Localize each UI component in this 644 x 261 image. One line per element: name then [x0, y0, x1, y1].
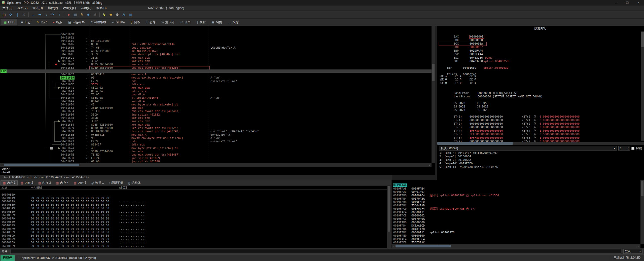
argument-row[interactable]: 4: [esp+10] 0019FAE0 [439, 162, 644, 165]
register-row[interactable]: EBX00000000 [437, 35, 644, 39]
disasm-row[interactable]: 00401654 . 33DB xor ebx,ebx [0, 103, 432, 106]
disasm-row[interactable]: 00401673 . 43 inc ebx [0, 133, 432, 136]
graph-button[interactable]: ▥ [127, 12, 134, 18]
disasm-row[interactable]: 0040166D . 99 cdq [0, 123, 432, 126]
disasm-row[interactable]: 00401612 . 85C0 test eax,eax [0, 29, 432, 32]
stack-row[interactable]: 0019FAAC 001009C4 [392, 187, 644, 190]
tab-trace[interactable]: …跟踪 [225, 19, 241, 25]
stack-row[interactable]: 0019FAEC 003F07F4 [392, 241, 644, 244]
fpu-register-row[interactable]: ST(0)00000000000000000000x87r0空0.0000000… [437, 111, 644, 115]
dump-row[interactable]: 06040809 00 00 00 00 00 00 00 00 00 00 0… [0, 190, 391, 193]
disasm-row[interactable]: 00401670 . 88141F mov byte ptr ds:[edi+e… [0, 130, 432, 133]
dump-row[interactable]: 060408A9 00 00 00 00 00 00 00 00 00 00 0… [0, 224, 391, 227]
register-row[interactable]: EAX00000005 [437, 31, 644, 35]
disasm-row[interactable]: 0040163B . 83C2 02 add edx,2 [0, 73, 432, 76]
disasm-row[interactable]: 00401674 . 3B1D 67344000 cmp ebx,dword p… [0, 136, 432, 140]
stack-row[interactable]: 0019FAD4 00401178 splish.00401178 [392, 221, 644, 224]
font-button[interactable]: A [121, 12, 127, 18]
menu-debug[interactable]: 调试(D) [30, 6, 45, 11]
separator[interactable] [28, 12, 29, 17]
tab-cpu[interactable]: ▦CPU [1, 19, 17, 25]
tab-dump-2[interactable]: ▦内存 2 [18, 180, 35, 185]
flag-cell[interactable]: DF0 [470, 78, 484, 81]
scroll-right-icon[interactable]: ▸ [428, 163, 432, 167]
flag-cell[interactable]: IF1 [470, 81, 484, 85]
fpu-register-row[interactable]: ST(7)00000000000000000000x87r7空0.0000000… [437, 136, 644, 140]
open-file-button[interactable]: ▤ [1, 12, 8, 18]
stack-row[interactable]: 0019FAE0 0019FBC4 [392, 231, 644, 234]
tab-dump-4[interactable]: ▦内存 4 [54, 180, 71, 185]
flag-cell[interactable]: CF0 [440, 81, 455, 85]
fpu-register-row[interactable]: ST(4)3FFF8000000000000000x87r4空1.0000000… [437, 126, 644, 129]
dump-vertical-scrollbar[interactable] [387, 186, 391, 248]
stack-row[interactable]: 0019FAE4 75BE52AC 返回到 user32.75BE52AC 自 … [392, 234, 644, 237]
dump-row[interactable]: 060408E9 00 00 00 00 00 00 00 00 00 00 0… [0, 237, 391, 241]
disasm-row[interactable]: 00401627 . 8D3D 58324000 lea edi,dword p… [0, 53, 432, 56]
stack-row[interactable]: 0019FAB0 00170A3A [392, 190, 644, 194]
disasm-row[interactable]: 00401621 . 8D35 36324000 lea esi,dword p… [0, 49, 432, 53]
tab-locals[interactable]: ℓ局部变量 [106, 180, 125, 185]
argument-row[interactable]: 1: [esp+4] 00401407 splish.00401407 [439, 151, 644, 155]
disasm-vertical-scrollbar[interactable] [432, 26, 435, 163]
segment-row[interactable]: GS002BFS0053 [437, 98, 644, 101]
tab-symbols[interactable]: Σ符号 [144, 19, 158, 25]
disasm-row[interactable]: 0040164A . 3B1D 63344000 cmp ebx,dword p… [0, 93, 432, 96]
stack-vertical-scrollbar[interactable] [640, 180, 644, 244]
disasm-row[interactable]: 0040161D . 33DB xor ebx,ebx [0, 43, 432, 46]
disasm-row[interactable]: 00401646 > 88141F mov byte ptr ds:[edi+e… [0, 86, 432, 89]
favourites-button[interactable]: ★ [108, 12, 114, 18]
separator[interactable] [64, 12, 64, 17]
disasm-row[interactable]: 00401637 . F7F9 idiv ecx [0, 66, 432, 69]
disasm-row[interactable]: 00401643 . 80EA 0A sub dl,A [0, 83, 432, 86]
scrollbar-thumb[interactable] [396, 245, 451, 247]
flag-cell[interactable]: SF0 [455, 78, 470, 81]
command-mode-select[interactable]: 默认▾ [623, 249, 642, 254]
tab-memory-map[interactable]: ▤内存布局 [65, 19, 87, 25]
dump-row[interactable]: 06040849 00 00 00 00 00 00 00 00 00 00 0… [0, 203, 391, 207]
fpu-register-row[interactable]: ST(2)00000000000000000000x87r2空0.0000000… [437, 119, 644, 122]
stack-row[interactable]: 0019FAE8 00401178 splish.00401178 [392, 238, 644, 241]
fpu-register-row[interactable]: ST(5)3FFE8000000000000000x87r5空0.5000000… [437, 129, 644, 133]
stack-row[interactable]: 0019FAB4 0019FAE0 [392, 194, 644, 197]
dump-row[interactable]: 06040879 00 00 00 00 00 00 00 00 00 00 0… [0, 213, 391, 217]
tab-call-stack[interactable]: ≡调用堆栈 [88, 19, 109, 25]
dump-row[interactable]: 06040909 00 00 00 00 00 00 00 00 00 00 0… [0, 244, 391, 248]
stack-row[interactable]: 0019FABC 003F07F4 [392, 200, 644, 204]
stack-row[interactable]: 0019FADC 00000000 [392, 227, 644, 231]
registers-horizontal-scrollbar[interactable] [437, 142, 644, 145]
dump-row[interactable]: 06040869 00 00 00 00 00 00 00 00 00 00 0… [0, 210, 391, 214]
disasm-row[interactable]: 0040167C . EB 2A jmp splish.4016A8 [0, 143, 432, 146]
register-row[interactable]: ESP0019FAA4 [437, 49, 644, 53]
dump-row[interactable]: 06040839 00 00 00 00 00 00 00 00 00 00 0… [0, 200, 391, 203]
disasm-horizontal-scrollbar[interactable]: ◂ ▸ [0, 163, 432, 167]
stack-row[interactable]: 0019FAC0 00000111 [392, 204, 644, 207]
disasm-row[interactable]: 00401658 . 8D35 42324000 lea esi,dword p… [0, 109, 432, 113]
pause-button[interactable]: ∥ [14, 12, 21, 18]
disasm-row[interactable]: EIP 00401639 33D3 xor edx,ebx [0, 69, 432, 73]
separator[interactable] [99, 12, 100, 17]
disasm-row[interactable]: 00401656 . 33D2 xor edx,edx [0, 106, 432, 109]
disasm-row[interactable]: 00401636 . 99 cdq [0, 63, 432, 66]
tab-breakpoints[interactable]: ●断点 [50, 19, 65, 25]
dump-row[interactable]: 06040889 00 00 00 00 00 00 00 00 00 00 0… [0, 217, 391, 220]
calling-convention-select[interactable]: 默认 (stdcall)▾ [439, 146, 617, 151]
argument-row[interactable]: 2: [esp+8] 001009C4 [439, 155, 644, 158]
command-input[interactable] [10, 249, 621, 254]
fpu-register-row[interactable]: ST(6)3FFF8000000000000000x87r6空1.0000000… [437, 133, 644, 136]
settings-button[interactable]: ⚙ [114, 12, 121, 18]
register-row[interactable]: ESI00403236"9unk" [437, 53, 644, 56]
register-row[interactable]: ECX0000000A [437, 39, 644, 42]
breakpoints-button[interactable]: ● [65, 12, 72, 18]
tab-struct[interactable]: {}结构体 [126, 180, 143, 185]
menu-favourites[interactable]: 收藏夹(F) [60, 6, 78, 11]
step-into-button[interactable]: ↓ [43, 12, 50, 18]
minimize-button[interactable]: — [611, 0, 622, 6]
spinner-arrows-icon[interactable]: ▴▾ [628, 146, 629, 150]
close-button[interactable]: ✕ [633, 0, 644, 6]
stack-horizontal-scrollbar[interactable]: ◂ ▸ [392, 244, 640, 248]
dump-row[interactable]: 060408B9 00 00 00 00 00 00 00 00 00 00 0… [0, 227, 391, 231]
scrollbar-thumb[interactable] [437, 142, 513, 145]
hide-fpu-toggle[interactable]: 隐藏FPU [437, 26, 644, 31]
step-over-button[interactable]: ↷ [50, 12, 56, 18]
disasm-row[interactable]: 0040165E . 8D3D 4D324000 lea edi,dword p… [0, 113, 432, 116]
